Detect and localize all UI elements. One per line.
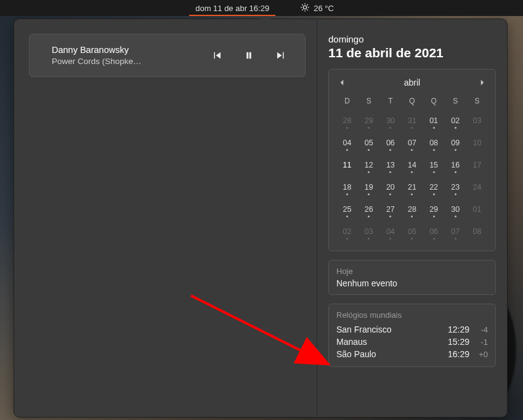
- calendar-day[interactable]: 07: [401, 134, 423, 156]
- calendar-day[interactable]: 30: [445, 200, 466, 222]
- calendar-dow: Q: [401, 93, 423, 111]
- topbar-clock[interactable]: dom 11 de abr 16:29: [189, 0, 275, 16]
- world-clock-row[interactable]: São Paulo16:29+0: [336, 348, 488, 360]
- calendar-day[interactable]: 25: [336, 200, 358, 222]
- calendar-day[interactable]: 17: [466, 156, 488, 178]
- svg-line-7: [302, 9, 302, 10]
- calendar-day[interactable]: 29: [423, 200, 445, 222]
- calendar-dow: S: [358, 93, 379, 111]
- world-clocks-body: San Francisco12:29-4Manaus15:29-1São Pau…: [336, 323, 488, 360]
- calendar-dow: S: [466, 93, 488, 111]
- calendar-day[interactable]: 14: [401, 156, 423, 178]
- svg-line-6: [307, 9, 307, 10]
- calendar-prev-icon[interactable]: [336, 77, 347, 88]
- calendar-next-icon[interactable]: [477, 77, 488, 88]
- media-next-icon[interactable]: [275, 50, 286, 61]
- media-controls: [205, 50, 298, 61]
- world-clocks-panel[interactable]: Relógios mundiais San Francisco12:29-4Ma…: [328, 304, 496, 367]
- calendar-pane: domingo 11 de abril de 2021 abril DSTQQS…: [317, 19, 507, 417]
- calendar-popover: Danny Baranowsky Power Cords (Shopke… do…: [14, 18, 508, 418]
- calendar-day[interactable]: 16: [445, 156, 466, 178]
- media-pause-icon[interactable]: [243, 50, 254, 61]
- calendar-body: 2829303101020304050607080910111213141516…: [336, 111, 488, 244]
- calendar-day[interactable]: 26: [358, 200, 379, 222]
- calendar-day[interactable]: 08: [466, 222, 488, 244]
- world-clock-offset: +0: [469, 350, 488, 359]
- calendar-day[interactable]: 29: [358, 111, 379, 134]
- media-info: Danny Baranowsky Power Cords (Shopke…: [52, 45, 205, 66]
- media-title: Danny Baranowsky: [52, 45, 205, 55]
- calendar-day[interactable]: 12: [358, 156, 379, 178]
- calendar-day[interactable]: 02: [445, 111, 466, 134]
- calendar-day[interactable]: 08: [423, 134, 445, 156]
- world-clock-time: 12:29: [437, 325, 469, 334]
- events-panel[interactable]: Hoje Nenhum evento: [328, 260, 496, 295]
- calendar-day[interactable]: 18: [336, 178, 358, 200]
- world-clock-city: São Paulo: [336, 349, 437, 359]
- world-clock-offset: -4: [469, 325, 488, 334]
- world-clock-city: Manaus: [336, 337, 437, 347]
- calendar-day[interactable]: 31: [401, 111, 423, 134]
- calendar-day[interactable]: 09: [445, 134, 466, 156]
- weekday-label: domingo: [328, 34, 496, 44]
- events-none: Nenhum evento: [336, 278, 488, 288]
- topbar-datetime: dom 11 de abr 16:29: [195, 4, 269, 13]
- calendar-day[interactable]: 15: [423, 156, 445, 178]
- world-clock-city: San Francisco: [336, 325, 437, 334]
- media-subtitle: Power Cords (Shopke…: [52, 57, 205, 66]
- world-clock-row[interactable]: Manaus15:29-1: [336, 336, 488, 348]
- calendar-day[interactable]: 01: [466, 200, 488, 222]
- media-prev-icon[interactable]: [211, 50, 222, 61]
- calendar-day[interactable]: 20: [379, 178, 401, 200]
- weather-icon: [300, 2, 310, 14]
- calendar-day[interactable]: 06: [379, 134, 401, 156]
- svg-point-0: [303, 6, 306, 9]
- calendar-panel: abril DSTQQSS 28293031010203040506070809…: [328, 69, 496, 251]
- calendar-day-today[interactable]: 11: [336, 156, 358, 178]
- topbar-weather[interactable]: 26 °C: [300, 2, 334, 14]
- media-notification[interactable]: Danny Baranowsky Power Cords (Shopke…: [29, 34, 306, 77]
- calendar-month-label[interactable]: abril: [404, 78, 420, 87]
- calendar-day[interactable]: 01: [423, 111, 445, 134]
- calendar-day[interactable]: 21: [401, 178, 423, 200]
- calendar-day[interactable]: 22: [423, 178, 445, 200]
- world-clock-time: 16:29: [437, 349, 469, 359]
- calendar-day[interactable]: 19: [358, 178, 379, 200]
- calendar-day[interactable]: 28: [401, 200, 423, 222]
- calendar-day[interactable]: 13: [379, 156, 401, 178]
- world-clock-time: 15:29: [437, 337, 469, 347]
- top-bar: dom 11 de abr 16:29 26 °C: [0, 0, 523, 16]
- calendar-day[interactable]: 03: [466, 111, 488, 134]
- calendar-day[interactable]: 07: [445, 222, 466, 244]
- world-clocks-title: Relógios mundiais: [336, 310, 488, 320]
- calendar-day[interactable]: 05: [401, 222, 423, 244]
- calendar-day[interactable]: 06: [423, 222, 445, 244]
- calendar-dow: D: [336, 93, 358, 111]
- calendar-nav: abril: [336, 76, 488, 93]
- calendar-day[interactable]: 05: [358, 134, 379, 156]
- calendar-day[interactable]: 04: [336, 134, 358, 156]
- date-header: domingo 11 de abril de 2021: [328, 34, 496, 60]
- calendar-day[interactable]: 24: [466, 178, 488, 200]
- calendar-day[interactable]: 27: [379, 200, 401, 222]
- full-date-label: 11 de abril de 2021: [328, 46, 496, 60]
- events-title: Hoje: [336, 267, 488, 276]
- calendar-day[interactable]: 04: [379, 222, 401, 244]
- calendar-dow: T: [379, 93, 401, 111]
- svg-line-8: [307, 4, 307, 5]
- world-clock-row[interactable]: San Francisco12:29-4: [336, 323, 488, 336]
- calendar-day[interactable]: 23: [445, 178, 466, 200]
- calendar-dow-row: DSTQQSS: [336, 93, 488, 111]
- calendar-day[interactable]: 10: [466, 134, 488, 156]
- calendar-dow: Q: [423, 93, 445, 111]
- calendar-day[interactable]: 02: [336, 222, 358, 244]
- calendar-dow: S: [445, 93, 466, 111]
- calendar-day[interactable]: 03: [358, 222, 379, 244]
- world-clock-offset: -1: [469, 337, 488, 347]
- notifications-pane: Danny Baranowsky Power Cords (Shopke…: [14, 19, 317, 417]
- calendar-day[interactable]: 28: [336, 111, 358, 134]
- topbar-temperature: 26 °C: [314, 4, 334, 13]
- calendar-day[interactable]: 30: [379, 111, 401, 134]
- svg-line-5: [302, 4, 302, 5]
